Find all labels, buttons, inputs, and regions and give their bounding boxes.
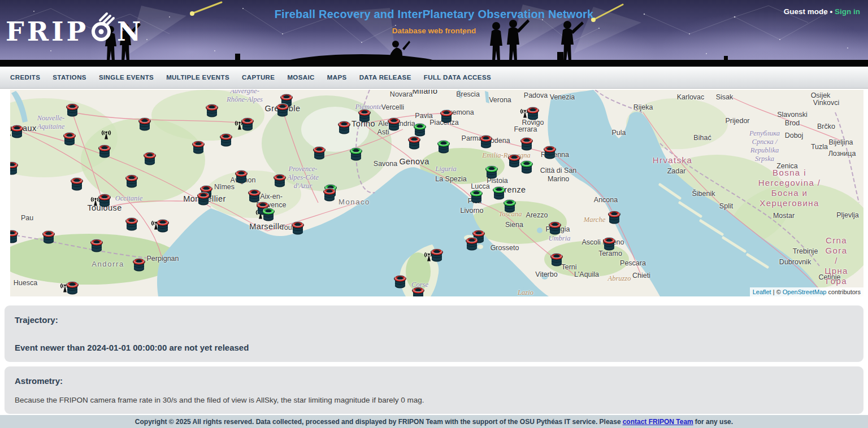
station-marker-red[interactable] [387,115,401,132]
station-marker-red[interactable] [65,101,80,117]
openstreetmap-link[interactable]: OpenStreetMap [783,289,827,295]
station-marker-red[interactable] [439,107,454,124]
astrometry-section: Astrometry: Because the FRIPON camera fr… [5,366,863,414]
station-marker-red[interactable] [275,101,290,117]
nav-item-maps[interactable]: MAPS [321,74,353,81]
nav-item-stations[interactable]: STATIONS [46,74,93,81]
station-marker-red[interactable] [290,219,305,235]
map[interactable]: Leaflet | © OpenStreetMap contributors B… [10,90,863,296]
station-marker-red[interactable] [607,208,622,225]
station-marker-red[interactable] [155,216,170,233]
banner: FRIP N Fireball Recovery and InterPlanet… [0,0,868,67]
trajectory-section: Trajectory: Event newer than 2024-01-01 … [5,305,863,362]
station-marker-red[interactable] [393,272,407,289]
page-title: Fireball Recovery and InterPlanetary Obs… [0,8,868,21]
station-marker-red[interactable] [41,228,56,244]
station-marker-red[interactable] [10,159,19,176]
nav-item-data-release[interactable]: DATA RELEASE [353,74,418,81]
station-marker-red[interactable] [132,255,146,272]
station-marker-red[interactable] [97,191,112,208]
station-marker-green[interactable] [484,163,499,180]
station-marker-red[interactable] [137,115,152,132]
nav-item-full-data-access[interactable]: FULL DATA ACCESS [418,74,497,81]
nav-item-capture[interactable]: CAPTURE [236,74,281,81]
station-marker-red[interactable] [142,149,157,166]
station-marker-red[interactable] [62,129,77,146]
station-marker-red[interactable] [219,130,233,147]
station-marker-green[interactable] [519,158,534,174]
station-marker-green[interactable] [436,137,451,154]
station-marker-green[interactable] [261,205,276,222]
station-marker-red[interactable] [196,189,211,206]
antenna-marker[interactable] [101,130,112,139]
astrometry-heading: Astrometry: [15,376,853,386]
leaflet-link[interactable]: Leaflet [753,289,771,295]
main-nav: CREDITSSTATIONSSINGLE EVENTSMULTIPLE EVE… [0,67,868,89]
separator-dot: • [830,7,833,16]
footer-text-prefix: Copyright © 2025 All rights reserved. Da… [135,418,621,426]
station-marker-red[interactable] [322,185,337,202]
station-marker-red[interactable] [205,101,219,118]
footer-text-suffix: for any use. [695,418,733,426]
station-marker-red[interactable] [465,234,479,251]
station-marker-red[interactable] [89,236,104,253]
astrometry-message: Because the FRIPON camera frame rate in … [15,396,853,404]
page-subtitle: Database web frontend [0,27,868,35]
guest-mode-label: Guest mode [784,7,828,16]
station-marker-red[interactable] [357,106,372,123]
trajectory-heading: Trajectory: [15,315,853,325]
station-marker-red[interactable] [548,219,562,235]
station-marker-red[interactable] [240,115,255,132]
nav-item-single-events[interactable]: SINGLE EVENTS [93,74,160,81]
nav-item-multiple-events[interactable]: MULTIPLE EVENTS [160,74,236,81]
station-marker-red[interactable] [519,134,534,151]
contact-fripon-link[interactable]: contact FRIPON Team [623,418,693,426]
station-marker-red[interactable] [429,246,444,263]
user-mode-area: Guest mode • Sign in [784,7,860,16]
station-marker-red[interactable] [549,250,564,267]
station-marker-red[interactable] [124,215,139,232]
station-marker-red[interactable] [411,284,426,297]
trajectory-message: Event newer than 2024-01-01 00:00:00 are… [15,343,853,352]
station-marker-red[interactable] [407,133,422,150]
sign-in-link[interactable]: Sign in [835,7,860,16]
station-marker-red[interactable] [526,104,540,121]
station-marker-red[interactable] [65,278,80,295]
nav-item-mosaic[interactable]: MOSAIC [281,74,320,81]
station-marker-red[interactable] [70,174,84,191]
station-marker-red[interactable] [602,234,617,251]
station-marker-red[interactable] [10,122,24,139]
station-marker-red[interactable] [272,171,287,188]
footer: Copyright © 2025 All rights reserved. Da… [0,415,868,428]
station-marker-red[interactable] [312,143,327,160]
station-marker-red[interactable] [479,132,493,149]
station-marker-red[interactable] [542,143,557,160]
station-marker-red[interactable] [124,172,139,189]
station-marker-red[interactable] [337,118,351,135]
station-marker-red[interactable] [97,142,112,159]
nav-item-credits[interactable]: CREDITS [4,74,46,81]
station-marker-red[interactable] [191,138,206,155]
station-marker-green[interactable] [469,187,484,204]
station-marker-green[interactable] [502,196,517,213]
station-marker-red[interactable] [234,167,249,184]
station-marker-green[interactable] [349,145,363,161]
map-attribution: Leaflet | © OpenStreetMap contributors [750,287,863,296]
station-marker-red[interactable] [10,227,19,244]
